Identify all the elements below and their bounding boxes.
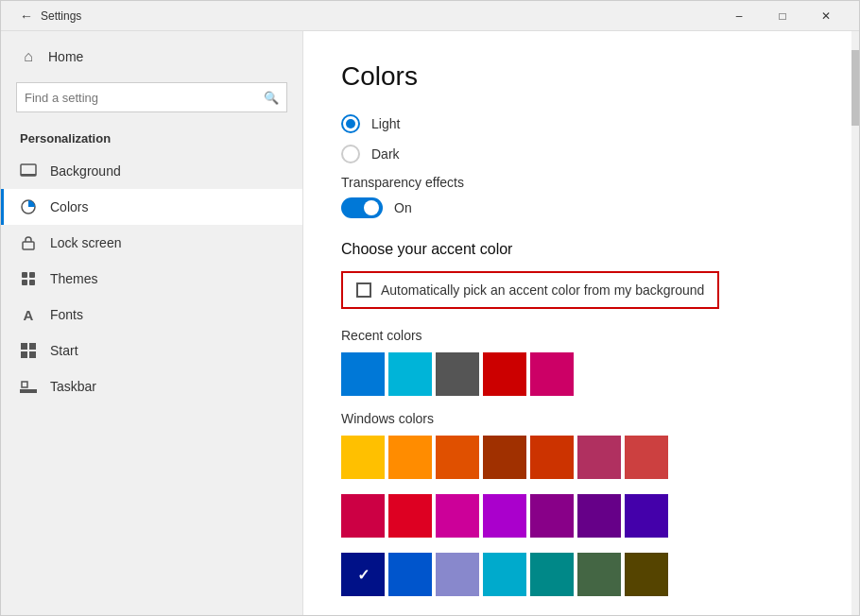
sidebar-item-themes[interactable]: Themes [1,261,302,297]
sidebar: ⌂ Home 🔍 Personalization Background Colo… [1,31,303,615]
sidebar-item-label: Background [50,163,121,179]
light-radio-button[interactable] [341,114,360,133]
svg-rect-1 [21,174,36,176]
light-label: Light [371,116,400,131]
sidebar-item-label: Themes [50,271,98,286]
svg-rect-3 [23,242,34,249]
window-title: Settings [41,9,717,23]
page-title: Colors [341,61,814,92]
recent-colors-row [341,352,814,396]
svg-rect-5 [29,272,35,278]
toggle-knob [364,200,379,215]
win-color-2-2[interactable] [388,494,432,538]
svg-rect-13 [22,382,27,387]
section-label: Personalization [1,120,302,153]
svg-rect-8 [21,343,27,350]
themes-icon [20,270,37,287]
settings-window: ← Settings – □ ✕ ⌂ Home 🔍 Personalizatio… [0,0,860,616]
win-color-1-6[interactable] [577,436,621,479]
colors-icon [20,198,37,215]
sidebar-item-label: Colors [50,199,88,214]
windows-colors-row1 [341,436,814,479]
sidebar-item-label: Lock screen [50,235,121,250]
scrollbar-thumb[interactable] [851,50,859,126]
minimize-button[interactable]: – [717,1,761,31]
win-color-1-1[interactable] [341,436,385,479]
auto-pick-checkbox[interactable] [356,282,371,298]
light-radio-option[interactable]: Light [341,114,814,133]
recent-color-4[interactable] [483,352,526,396]
sidebar-item-label: Start [50,343,78,358]
sidebar-item-taskbar[interactable]: Taskbar [1,368,302,404]
transparency-label: Transparency effects [341,175,814,190]
start-icon [20,342,37,359]
recent-color-1[interactable] [341,352,385,396]
search-icon: 🔍 [264,91,279,105]
accent-heading: Choose your accent color [341,241,814,258]
windows-colors-row2 [341,494,814,538]
sidebar-home[interactable]: ⌂ Home [1,39,302,75]
recent-color-3[interactable] [436,352,479,396]
dark-radio-button[interactable] [341,145,360,163]
win-color-2-1[interactable] [341,494,385,538]
transparency-toggle-row: On [341,197,814,218]
win-color-1-4[interactable] [483,436,526,479]
sidebar-item-background[interactable]: Background [1,153,302,189]
svg-rect-9 [29,343,36,350]
win-color-2-6[interactable] [577,494,621,538]
svg-rect-12 [20,389,37,393]
win-color-3-1[interactable] [341,553,385,596]
titlebar-controls: – □ ✕ [717,1,848,31]
svg-rect-10 [21,351,27,358]
win-color-2-7[interactable] [625,494,668,538]
sidebar-item-start[interactable]: Start [1,333,302,368]
svg-rect-6 [22,280,27,285]
win-color-2-4[interactable] [483,494,526,538]
svg-rect-7 [29,280,35,285]
windows-colors-row3 [341,553,814,596]
taskbar-icon [20,378,37,395]
sidebar-item-lock-screen[interactable]: Lock screen [1,225,302,261]
svg-rect-4 [22,272,27,278]
search-box: 🔍 [16,82,287,112]
background-icon [20,163,37,180]
dark-radio-option[interactable]: Dark [341,145,814,163]
win-color-1-5[interactable] [530,436,574,479]
win-color-3-3[interactable] [436,553,479,596]
win-color-1-7[interactable] [625,436,668,479]
back-button[interactable]: ← [12,1,41,31]
lock-screen-icon [20,234,37,251]
titlebar: ← Settings – □ ✕ [1,1,859,31]
home-icon: ⌂ [20,48,37,65]
win-color-2-5[interactable] [530,494,574,538]
win-color-3-4[interactable] [483,553,526,596]
auto-pick-box[interactable]: Automatically pick an accent color from … [341,271,719,309]
sidebar-item-fonts[interactable]: A Fonts [1,297,302,333]
sidebar-item-label: Fonts [50,307,83,322]
sidebar-item-colors[interactable]: Colors [1,189,302,225]
win-color-1-3[interactable] [436,436,479,479]
auto-pick-label: Automatically pick an accent color from … [381,282,704,298]
toggle-on-label: On [394,200,412,215]
scrollbar[interactable] [851,31,859,615]
fonts-icon: A [20,306,37,323]
dark-label: Dark [371,146,400,162]
win-color-3-6[interactable] [577,553,621,596]
win-color-3-7[interactable] [625,553,668,596]
win-color-2-3[interactable] [436,494,479,538]
win-color-3-5[interactable] [530,553,574,596]
close-button[interactable]: ✕ [804,1,848,31]
home-label: Home [48,49,83,64]
maximize-button[interactable]: □ [761,1,804,31]
windows-colors-label: Windows colors [341,411,814,426]
recent-colors-label: Recent colors [341,328,814,343]
recent-color-5[interactable] [530,352,574,396]
svg-rect-11 [29,351,36,358]
search-input[interactable] [25,91,264,105]
main-content: Colors Light Dark Transparency effects [303,31,851,615]
sidebar-item-label: Taskbar [50,379,96,394]
transparency-toggle[interactable] [341,197,383,218]
win-color-3-2[interactable] [388,553,432,596]
win-color-1-2[interactable] [388,436,432,479]
recent-color-2[interactable] [388,352,432,396]
